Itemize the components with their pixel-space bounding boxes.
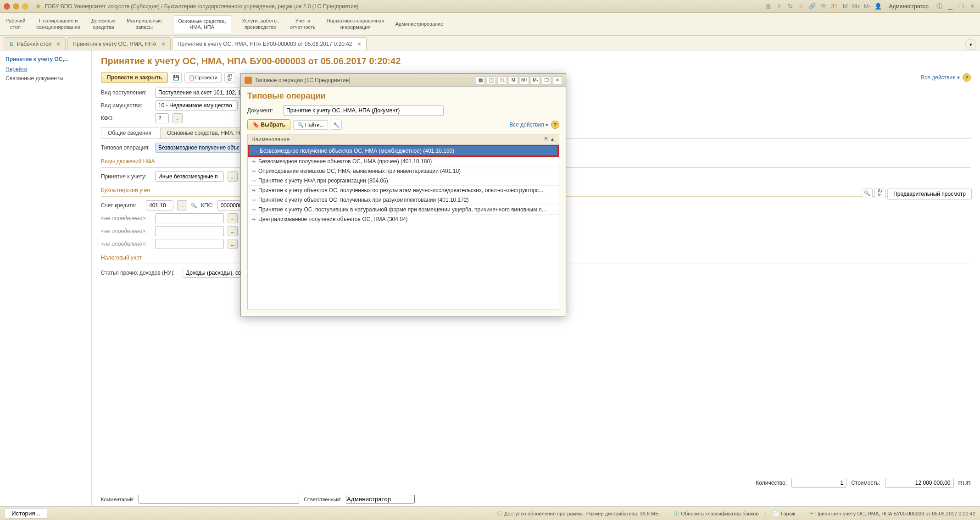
sidebar-related-docs[interactable]: Связанные документы bbox=[6, 75, 86, 82]
otvet-input[interactable] bbox=[346, 495, 415, 503]
nav-admin[interactable]: Администрирование bbox=[395, 21, 443, 27]
tab-document[interactable]: Принятие к учету ОС, НМА, НПА БУ00-00000… bbox=[173, 37, 367, 50]
grid-row-3[interactable]: ↪Принятие к учету НФА при реорганизации … bbox=[248, 176, 559, 186]
prin-k-input[interactable] bbox=[155, 171, 224, 182]
vid-imush-input[interactable] bbox=[155, 100, 238, 111]
modal-close-icon[interactable]: ✕ bbox=[553, 76, 562, 84]
grid-row-7[interactable]: ↪Централизованное получение объектов ОС,… bbox=[248, 215, 559, 224]
kfo-input[interactable] bbox=[155, 113, 169, 123]
conduct-close-button[interactable]: Провести и закрыть bbox=[101, 72, 168, 83]
nav-accounting[interactable]: Учет и отчетность bbox=[290, 18, 316, 30]
schet-search-icon[interactable]: 🔍 bbox=[191, 203, 197, 209]
tab-list[interactable]: Принятия к учету ОС, НМА, НПА ✕ bbox=[67, 37, 171, 50]
maximize-icon[interactable]: ❐ bbox=[957, 2, 965, 11]
modal-m-icon[interactable]: M bbox=[509, 76, 518, 84]
undef-picker-3[interactable]: ... bbox=[228, 239, 238, 249]
history-button[interactable]: История... bbox=[5, 508, 47, 519]
typ-op-input[interactable] bbox=[155, 143, 242, 153]
window-min-dot[interactable] bbox=[13, 3, 19, 10]
tab-general[interactable]: Общие сведения bbox=[101, 127, 158, 138]
vid-post-input[interactable] bbox=[155, 88, 251, 98]
schet-picker[interactable]: ... bbox=[177, 200, 187, 210]
close-icon[interactable]: ✕ bbox=[357, 41, 362, 47]
undef-input-3[interactable] bbox=[155, 239, 224, 249]
dtkt-icon[interactable]: ДтКт bbox=[224, 72, 235, 83]
grid-row-1[interactable]: ↪Безвозмездное получение объектов ОС, НМ… bbox=[248, 157, 559, 166]
modal-doc-input[interactable] bbox=[283, 105, 444, 116]
all-actions-link[interactable]: Все действия ▾ bbox=[921, 74, 960, 81]
clear-filter-icon[interactable]: 🔧 bbox=[331, 120, 342, 130]
status-garage[interactable]: 📄Гараж bbox=[773, 510, 795, 516]
document-tabs: 🖥 Рабочий стол ✕ Принятия к учету ОС, НМ… bbox=[0, 36, 980, 50]
grid-row-4[interactable]: ↪Принятие к учету объектов ОС, полученны… bbox=[248, 186, 559, 195]
nav-planning[interactable]: Планирование и санкционирование bbox=[36, 18, 80, 30]
star-outline-icon[interactable]: ☆ bbox=[797, 2, 805, 11]
nav-fixed-assets[interactable]: Основные средства, НМА, НПА bbox=[173, 15, 231, 33]
undef-input-1[interactable] bbox=[155, 213, 224, 223]
komment-input[interactable] bbox=[139, 495, 299, 503]
select-button[interactable]: 🔖 Выбрать bbox=[247, 119, 290, 130]
grid-icon[interactable]: ▤ bbox=[819, 2, 827, 11]
modal-all-actions[interactable]: Все действия ▾ bbox=[509, 122, 548, 128]
m-icon[interactable]: M bbox=[841, 2, 849, 11]
modal-mminus-icon[interactable]: M- bbox=[531, 76, 540, 84]
nav-reference[interactable]: Нормативно-справочная информация bbox=[327, 18, 384, 30]
nav-materials[interactable]: Материальные запасы bbox=[127, 18, 162, 30]
calendar-icon[interactable]: 31 bbox=[830, 2, 838, 11]
close-icon[interactable]: ✕ bbox=[968, 2, 976, 11]
window-max-dot[interactable] bbox=[22, 3, 28, 10]
favorite-icon[interactable]: ★ bbox=[35, 2, 41, 11]
save-icon[interactable]: 💾 bbox=[171, 72, 182, 83]
help-icon[interactable]: ? bbox=[963, 73, 971, 82]
find-button[interactable]: 🔍 Найти... bbox=[293, 120, 328, 130]
kfo-picker[interactable]: ... bbox=[173, 113, 183, 123]
nav-services[interactable]: Услуги, работы, производство bbox=[242, 18, 279, 30]
close-icon[interactable]: ✕ bbox=[161, 41, 166, 47]
close-icon[interactable]: ✕ bbox=[56, 41, 61, 47]
modal-calc-icon[interactable]: 📋 bbox=[487, 76, 496, 84]
undef-input-2[interactable] bbox=[155, 226, 224, 236]
tool-icon-2[interactable]: ⇧ bbox=[775, 2, 783, 11]
m-plus-icon[interactable]: M+ bbox=[852, 2, 860, 11]
nav-desktop[interactable]: Рабочий стол bbox=[6, 18, 25, 30]
status-banks[interactable]: ⓘОбновить классификатор банков bbox=[674, 510, 758, 517]
tab-label: Рабочий стол bbox=[17, 41, 51, 47]
m-minus-icon[interactable]: M- bbox=[863, 2, 871, 11]
modal-cal-icon[interactable]: 31 bbox=[498, 76, 507, 84]
modal-mplus-icon[interactable]: M+ bbox=[520, 76, 529, 84]
grid-row-0[interactable]: ↪Безвозмездное получение объектов ОС, НМ… bbox=[248, 145, 559, 157]
grid-row-6[interactable]: ↪Принятие к учету ОС, поступивших в нату… bbox=[248, 205, 559, 215]
tool-icon-1[interactable]: ▦ bbox=[764, 2, 772, 11]
grid-row-5[interactable]: ↪Принятие к учету объектов ОС, полученны… bbox=[248, 195, 559, 205]
expand-tabs-icon[interactable]: ▾ bbox=[965, 39, 976, 50]
minimize-icon[interactable]: ▁ bbox=[946, 2, 954, 11]
sort-icon[interactable]: ≙ ▲ bbox=[544, 136, 555, 143]
tab-assets[interactable]: Основные средства, НМА, НП bbox=[160, 127, 251, 138]
conduct-icon[interactable]: 📋 Провести bbox=[184, 72, 222, 83]
kolvo-input[interactable] bbox=[791, 478, 846, 488]
tab-desktop[interactable]: 🖥 Рабочий стол ✕ bbox=[4, 37, 66, 50]
undef-picker-1[interactable]: ... bbox=[228, 213, 238, 223]
sidebar-goto[interactable]: Перейти bbox=[6, 66, 86, 72]
modal-grid-icon[interactable]: ▦ bbox=[476, 76, 485, 84]
dtkt-tool-icon[interactable]: ДтКт bbox=[874, 188, 885, 198]
schet-input[interactable] bbox=[146, 200, 173, 210]
grid-row-2[interactable]: ↪Оприходование излишков ОС, НМА, выявлен… bbox=[248, 166, 559, 176]
info-icon[interactable]: ⓘ bbox=[935, 2, 943, 11]
undef-picker-2[interactable]: ... bbox=[228, 226, 238, 236]
window-close-dot[interactable] bbox=[4, 3, 10, 10]
preview-button[interactable]: Предварительный просмотр bbox=[887, 188, 972, 200]
stoim-label: Стоимость: bbox=[851, 480, 880, 486]
status-current-doc[interactable]: ↪Принятие к учету ОС, НМА, НПА БУ00-0000… bbox=[809, 510, 975, 516]
status-update[interactable]: ⓘДоступно обновление программы. Размер д… bbox=[497, 510, 660, 517]
nav-cash[interactable]: Денежные средства bbox=[91, 18, 116, 30]
search-tool-icon[interactable]: 🔍 bbox=[862, 188, 873, 198]
tool-icon-3[interactable]: ↻ bbox=[786, 2, 794, 11]
grid-header[interactable]: Наименование ≙ ▲ bbox=[247, 134, 559, 145]
row-icon: ↪ bbox=[251, 168, 256, 174]
link-icon[interactable]: 🔗 bbox=[808, 2, 816, 11]
prin-k-picker[interactable]: ... bbox=[228, 171, 238, 182]
stoim-input[interactable] bbox=[885, 478, 954, 488]
modal-help-icon[interactable]: ? bbox=[551, 121, 559, 129]
modal-restore-icon[interactable]: ❐ bbox=[542, 76, 551, 84]
